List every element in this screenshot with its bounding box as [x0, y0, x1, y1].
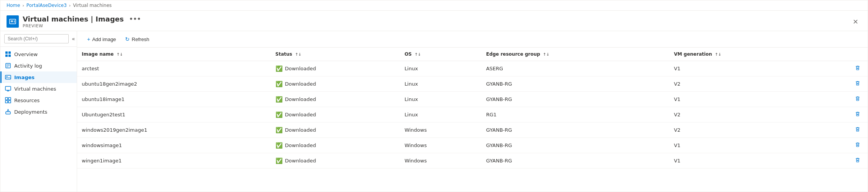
status-text: Downloaded [285, 96, 316, 102]
sidebar-item-virtual-machines-label: Virtual machines [14, 86, 56, 92]
add-icon: + [87, 36, 90, 42]
cell-actions [816, 122, 868, 138]
cell-image-name: ubuntu18gen2image2 [77, 76, 271, 92]
breadcrumb-sep-2: › [69, 3, 71, 8]
delete-button[interactable] [852, 156, 863, 165]
cell-vm-generation: V1 [669, 138, 816, 153]
breadcrumb-device[interactable]: PortalAseDevice3 [26, 3, 67, 8]
table-row: wingen1image1 ✅ Downloaded Windows GYANB… [77, 153, 868, 169]
page-icon [7, 15, 19, 28]
sidebar-search-area: « [0, 31, 77, 47]
status-check-icon: ✅ [276, 96, 283, 103]
sidebar-item-resources[interactable]: Resources [0, 94, 77, 106]
col-image-name[interactable]: Image name ↑↓ [77, 48, 271, 61]
col-status[interactable]: Status ↑↓ [271, 48, 400, 61]
cell-status: ✅ Downloaded [271, 92, 400, 107]
status-check-icon: ✅ [276, 111, 283, 118]
col-os[interactable]: OS ↑↓ [400, 48, 482, 61]
cell-actions [816, 153, 868, 169]
virtual-machines-icon [5, 86, 11, 92]
svg-rect-22 [6, 112, 10, 114]
cell-actions [816, 61, 868, 76]
svg-rect-8 [8, 55, 11, 57]
cell-edge-resource-group: GYANB-RG [482, 76, 669, 92]
close-button[interactable]: × [850, 17, 861, 26]
collapse-button[interactable]: « [71, 35, 76, 43]
table-body: arctest ✅ Downloaded Linux ASERG V1 ubun… [77, 61, 868, 169]
status-text: Downloaded [285, 142, 316, 148]
cell-edge-resource-group: GYANB-RG [482, 153, 669, 169]
cell-image-name: ubuntu18image1 [77, 92, 271, 107]
status-check-icon: ✅ [276, 65, 283, 72]
sidebar-item-resources-label: Resources [14, 98, 40, 103]
col-edge-resource-group[interactable]: Edge resource group ↑↓ [482, 48, 669, 61]
svg-rect-13 [5, 75, 11, 79]
cell-image-name: Ubuntugen2test1 [77, 107, 271, 122]
delete-button[interactable] [852, 95, 863, 104]
delete-button[interactable] [852, 79, 863, 88]
sidebar-item-overview-label: Overview [14, 51, 38, 57]
cell-os: Linux [400, 61, 482, 76]
cell-edge-resource-group: GYANB-RG [482, 92, 669, 107]
sidebar-item-activity-log[interactable]: Activity log [0, 60, 77, 71]
page-subtitle: PREVIEW [23, 23, 846, 28]
refresh-label: Refresh [132, 36, 149, 42]
refresh-button[interactable]: ↻ Refresh [121, 34, 153, 44]
cell-os: Windows [400, 138, 482, 153]
cell-image-name: arctest [77, 61, 271, 76]
status-check-icon: ✅ [276, 157, 283, 164]
cell-edge-resource-group: RG1 [482, 107, 669, 122]
cell-os: Linux [400, 107, 482, 122]
cell-vm-generation: V2 [669, 122, 816, 138]
content-area: + Add image ↻ Refresh Image name ↑↓ [77, 31, 868, 192]
cell-edge-resource-group: GYANB-RG [482, 122, 669, 138]
add-image-button[interactable]: + Add image [83, 34, 120, 44]
resources-icon [5, 97, 11, 103]
more-options-button[interactable]: ••• [127, 15, 143, 23]
svg-rect-21 [8, 101, 11, 103]
col-actions [816, 48, 868, 61]
sidebar-item-virtual-machines[interactable]: Virtual machines [0, 83, 77, 94]
table-row: windowsimage1 ✅ Downloaded Windows GYANB… [77, 138, 868, 153]
cell-os: Windows [400, 122, 482, 138]
cell-status: ✅ Downloaded [271, 153, 400, 169]
status-text: Downloaded [285, 158, 316, 164]
sidebar-item-images[interactable]: Images [0, 71, 77, 83]
table-container: Image name ↑↓ Status ↑↓ OS ↑↓ [77, 48, 868, 192]
cell-status: ✅ Downloaded [271, 76, 400, 92]
breadcrumb-sep-1: › [22, 3, 24, 8]
cell-image-name: wingen1image1 [77, 153, 271, 169]
sidebar-item-activity-log-label: Activity log [14, 63, 42, 69]
col-vm-generation[interactable]: VM generation ↑↓ [669, 48, 816, 61]
delete-button[interactable] [852, 141, 863, 150]
cell-status: ✅ Downloaded [271, 61, 400, 76]
sidebar-item-deployments[interactable]: Deployments [0, 106, 77, 118]
sort-icon-image-name: ↑↓ [116, 52, 123, 56]
status-check-icon: ✅ [276, 127, 283, 134]
breadcrumb-home[interactable]: Home [7, 3, 20, 8]
status-text: Downloaded [285, 81, 316, 87]
breadcrumb: Home › PortalAseDevice3 › Virtual machin… [0, 0, 868, 11]
status-check-icon: ✅ [276, 142, 283, 149]
sort-icon-status: ↑↓ [295, 52, 302, 56]
delete-button[interactable] [852, 126, 863, 134]
cell-status: ✅ Downloaded [271, 122, 400, 138]
cell-image-name: windows2019gen2image1 [77, 122, 271, 138]
delete-button[interactable] [852, 110, 863, 119]
status-text: Downloaded [285, 66, 316, 71]
table-row: Ubuntugen2test1 ✅ Downloaded Linux RG1 V… [77, 107, 868, 122]
page-title: Virtual machines | Images [23, 15, 124, 23]
sidebar-item-overview[interactable]: Overview [0, 48, 77, 60]
header-title-block: Virtual machines | Images ••• PREVIEW [23, 15, 846, 28]
cell-os: Windows [400, 153, 482, 169]
cell-vm-generation: V1 [669, 92, 816, 107]
delete-button[interactable] [852, 64, 863, 73]
status-text: Downloaded [285, 127, 316, 133]
svg-rect-15 [5, 86, 11, 90]
status-text: Downloaded [285, 112, 316, 118]
svg-rect-18 [5, 98, 8, 100]
toolbar: + Add image ↻ Refresh [77, 31, 868, 48]
cell-status: ✅ Downloaded [271, 138, 400, 153]
search-input[interactable] [4, 34, 69, 43]
table-header-row: Image name ↑↓ Status ↑↓ OS ↑↓ [77, 48, 868, 61]
